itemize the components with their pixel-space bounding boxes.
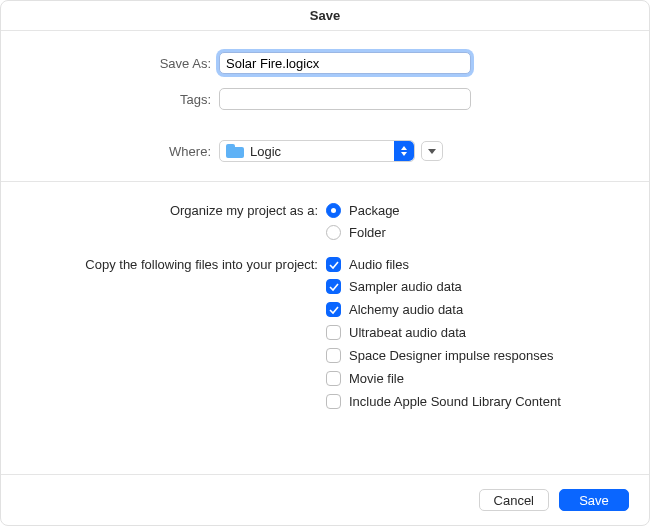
- chevron-down-icon: [428, 149, 436, 154]
- window-title: Save: [1, 1, 649, 31]
- checkbox-audio-files[interactable]: [326, 257, 341, 272]
- where-label: Where:: [1, 144, 219, 159]
- folder-icon: [226, 144, 244, 158]
- checkbox-sampler-audio-label: Sampler audio data: [349, 279, 462, 294]
- checkbox-movie-file-label: Movie file: [349, 371, 404, 386]
- checkbox-apple-sound-library[interactable]: [326, 394, 341, 409]
- checkbox-space-designer-label: Space Designer impulse responses: [349, 348, 554, 363]
- tags-label: Tags:: [1, 92, 219, 107]
- radio-folder[interactable]: [326, 225, 341, 240]
- where-value: Logic: [250, 144, 281, 159]
- checkbox-sampler-audio[interactable]: [326, 279, 341, 294]
- cancel-button[interactable]: Cancel: [479, 489, 549, 511]
- checkbox-space-designer[interactable]: [326, 348, 341, 363]
- save-as-input[interactable]: [219, 52, 471, 74]
- checkbox-apple-sound-library-label: Include Apple Sound Library Content: [349, 394, 561, 409]
- section-options: Organize my project as a: Package Folder…: [1, 182, 649, 474]
- dialog-footer: Cancel Save: [1, 474, 649, 525]
- save-dialog: Save Save As: Tags: Where: Logic: [0, 0, 650, 526]
- checkbox-ultrabeat-audio-label: Ultrabeat audio data: [349, 325, 466, 340]
- checkbox-audio-files-label: Audio files: [349, 257, 409, 272]
- checkbox-ultrabeat-audio[interactable]: [326, 325, 341, 340]
- expand-disclosure-button[interactable]: [421, 141, 443, 161]
- save-as-label: Save As:: [1, 56, 219, 71]
- organize-label: Organize my project as a:: [1, 203, 326, 218]
- check-icon: [329, 260, 339, 270]
- section-file-fields: Save As: Tags:: [1, 31, 649, 129]
- check-icon: [329, 305, 339, 315]
- radio-folder-label: Folder: [349, 225, 386, 240]
- check-icon: [329, 282, 339, 292]
- updown-arrows-icon: [394, 141, 414, 161]
- section-where: Where: Logic: [1, 129, 649, 182]
- radio-package[interactable]: [326, 203, 341, 218]
- radio-package-label: Package: [349, 203, 400, 218]
- save-button[interactable]: Save: [559, 489, 629, 511]
- tags-input[interactable]: [219, 88, 471, 110]
- checkbox-alchemy-audio-label: Alchemy audio data: [349, 302, 463, 317]
- where-popup[interactable]: Logic: [219, 140, 415, 162]
- checkbox-alchemy-audio[interactable]: [326, 302, 341, 317]
- checkbox-movie-file[interactable]: [326, 371, 341, 386]
- copy-files-label: Copy the following files into your proje…: [1, 257, 326, 272]
